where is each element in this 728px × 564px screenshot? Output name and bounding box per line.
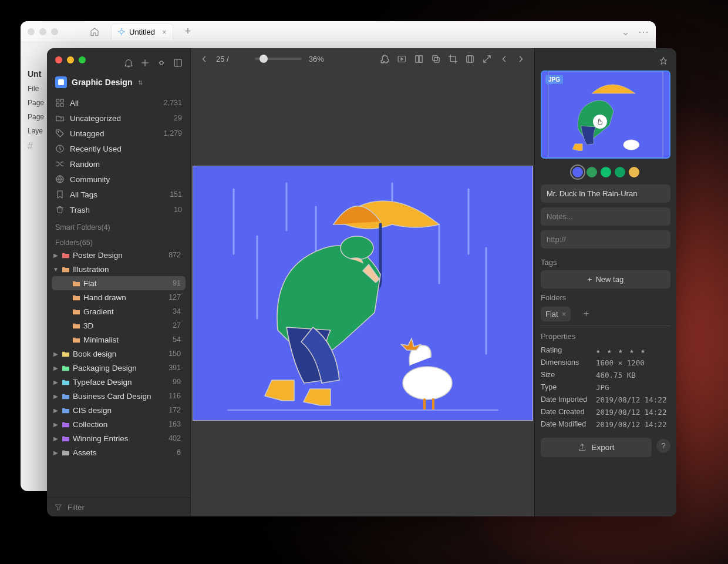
- folder-cis-design[interactable]: ▶CIS design172: [52, 403, 186, 417]
- canvas[interactable]: [191, 69, 534, 516]
- sidebar-item-label: All Tags: [70, 190, 164, 199]
- plus-icon[interactable]: [140, 58, 150, 68]
- pin-icon[interactable]: [659, 56, 668, 66]
- sidebar-item-community[interactable]: Community: [52, 172, 186, 187]
- notes-input[interactable]: [541, 207, 670, 226]
- back-icon[interactable]: [199, 54, 209, 64]
- layout-icon[interactable]: [414, 54, 424, 64]
- document-tab[interactable]: Untitled ×: [111, 24, 173, 40]
- extension-icon[interactable]: [380, 54, 390, 64]
- folder-icon: [61, 448, 70, 457]
- close-tab-icon[interactable]: ×: [162, 28, 167, 36]
- zoom-slider[interactable]: [255, 58, 302, 60]
- hand-cursor-icon: [593, 115, 607, 129]
- bell-icon[interactable]: [123, 58, 134, 68]
- folder-poster-design[interactable]: ▶Poster Design872: [52, 248, 186, 262]
- prev-icon[interactable]: [499, 54, 509, 64]
- smart-folders-header[interactable]: Smart Folders(4): [52, 217, 186, 233]
- minimize-window-button[interactable]: [67, 56, 74, 63]
- swatch[interactable]: [587, 167, 597, 177]
- folder-winning-entries[interactable]: ▶Winning Entries402: [52, 431, 186, 445]
- disclosure-icon[interactable]: ▶: [53, 351, 59, 357]
- property-value: 460.75 KB: [596, 371, 636, 380]
- folder-minimalist[interactable]: Minimalist54: [52, 333, 186, 347]
- title-input[interactable]: [541, 184, 670, 203]
- thumbnail[interactable]: JPG: [541, 70, 670, 159]
- disclosure-icon[interactable]: ▶: [53, 365, 59, 371]
- copy-icon[interactable]: [431, 54, 441, 64]
- disclosure-icon[interactable]: ▼: [53, 266, 59, 273]
- folders-header[interactable]: Folders(65): [52, 233, 186, 248]
- folder-hand-drawn[interactable]: Hand drawn127: [52, 290, 186, 304]
- artwork-preview: [193, 166, 533, 421]
- home-button[interactable]: [86, 24, 103, 40]
- property-value: ★ ★ ★ ★ ★: [596, 346, 646, 355]
- sidebar-item-trash[interactable]: Trash10: [52, 202, 186, 217]
- folder-chip[interactable]: Flat ×: [541, 307, 571, 321]
- new-tab-button[interactable]: +: [185, 25, 191, 38]
- background-traffic-lights: [28, 28, 58, 35]
- disclosure-icon[interactable]: ▶: [53, 407, 59, 414]
- folder-gradient[interactable]: Gradient34: [52, 304, 186, 318]
- play-icon[interactable]: [397, 54, 407, 64]
- folder-collection[interactable]: ▶Collection163: [52, 417, 186, 431]
- close-window-button[interactable]: [55, 56, 62, 63]
- sidebar-item-uncategorized[interactable]: ?Uncategorized29: [52, 110, 186, 126]
- expand-icon[interactable]: [482, 54, 492, 64]
- filter-bar[interactable]: Filter: [47, 498, 190, 516]
- disclosure-icon[interactable]: ▶: [53, 435, 59, 442]
- folder-label: Illustration: [73, 265, 178, 274]
- properties-list: Rating★ ★ ★ ★ ★Dimensions1600 × 1200Size…: [541, 344, 670, 431]
- folder-icon: [72, 293, 81, 302]
- folder-book-design[interactable]: ▶Book design150: [52, 347, 186, 361]
- disclosure-icon[interactable]: ▶: [53, 449, 59, 456]
- sidebar-item-random[interactable]: Random: [52, 156, 186, 172]
- sidebar-item-count: 29: [174, 114, 182, 122]
- url-input[interactable]: [541, 230, 670, 249]
- folder-packaging-design[interactable]: ▶Packaging Design391: [52, 361, 186, 375]
- folder-illustration[interactable]: ▼Illustration: [52, 262, 186, 276]
- property-key: Size: [541, 371, 596, 380]
- frame-icon[interactable]: [465, 54, 475, 64]
- disclosure-icon[interactable]: ▶: [53, 393, 59, 400]
- folder-icon: [61, 377, 70, 387]
- sidebar-item-untagged[interactable]: Untagged1,279: [52, 126, 186, 141]
- folder-business-card-design[interactable]: ▶Business Card Design116: [52, 389, 186, 403]
- library-picker[interactable]: Graphic Design ⇅: [47, 70, 190, 94]
- swatch[interactable]: [629, 167, 639, 177]
- add-folder-button[interactable]: +: [578, 306, 595, 322]
- sidebar-item-all-tags[interactable]: All Tags151: [52, 187, 186, 202]
- next-icon[interactable]: [516, 54, 526, 64]
- globe-icon: [55, 174, 65, 184]
- disclosure-icon[interactable]: ▶: [53, 252, 59, 258]
- panel-icon[interactable]: [173, 58, 183, 68]
- maximize-window-button[interactable]: [79, 56, 86, 63]
- disclosure-icon[interactable]: ▶: [53, 379, 59, 385]
- folder-count: 54: [173, 335, 184, 344]
- new-tag-button[interactable]: + New tag: [541, 270, 670, 288]
- sidebar-item-label: Untagged: [70, 129, 159, 138]
- remove-chip-icon[interactable]: ×: [562, 310, 567, 318]
- folder-count: 116: [168, 392, 184, 400]
- disclosure-icon[interactable]: ▶: [53, 421, 59, 428]
- folder-label: 3D: [83, 321, 170, 330]
- sync-icon[interactable]: [156, 58, 167, 68]
- export-button[interactable]: Export: [541, 438, 652, 457]
- swatch[interactable]: [615, 167, 625, 177]
- swatch[interactable]: [601, 167, 611, 177]
- folder-typeface-design[interactable]: ▶Typeface Design99: [52, 375, 186, 389]
- folder-assets[interactable]: ▶Assets6: [52, 445, 186, 459]
- sidebar-item-all[interactable]: All2,731: [52, 95, 186, 110]
- svg-point-27: [403, 367, 452, 400]
- swatch[interactable]: [572, 167, 583, 177]
- sidebar-item-recently-used[interactable]: Recently Used: [52, 141, 186, 156]
- help-button[interactable]: ?: [656, 439, 670, 453]
- crop-icon[interactable]: [448, 54, 458, 64]
- folder-flat[interactable]: Flat91: [52, 276, 186, 290]
- folder-3d[interactable]: 3D27: [52, 318, 186, 333]
- bg-more-icon[interactable]: ⋯: [638, 25, 649, 38]
- svg-rect-10: [398, 56, 406, 62]
- folder-q-icon: ?: [55, 113, 65, 123]
- svg-rect-15: [467, 55, 473, 62]
- bg-chevron-down-icon[interactable]: ⌄: [621, 25, 630, 38]
